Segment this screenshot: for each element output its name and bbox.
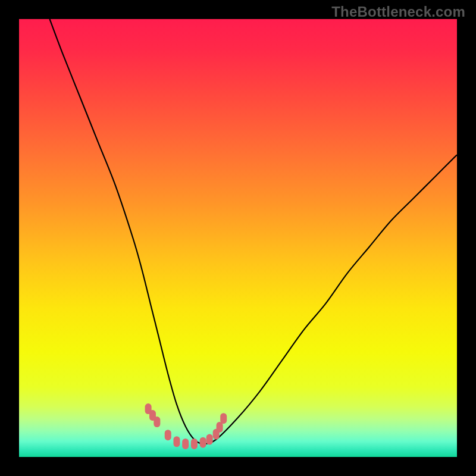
marker-dot [182, 439, 189, 449]
marker-dot [206, 434, 213, 445]
marker-dot [220, 413, 227, 424]
chart-container: TheBottleneck.com [0, 0, 476, 476]
marker-dot [200, 437, 206, 448]
watermark-text: TheBottleneck.com [331, 4, 465, 20]
marker-dot [165, 430, 171, 440]
plot-area [19, 19, 457, 457]
bottleneck-curve [50, 19, 457, 444]
marker-dot [154, 416, 160, 427]
marker-dot [191, 439, 198, 449]
marker-dot [217, 422, 223, 433]
curve-layer [19, 19, 457, 457]
marker-dot [173, 436, 180, 447]
